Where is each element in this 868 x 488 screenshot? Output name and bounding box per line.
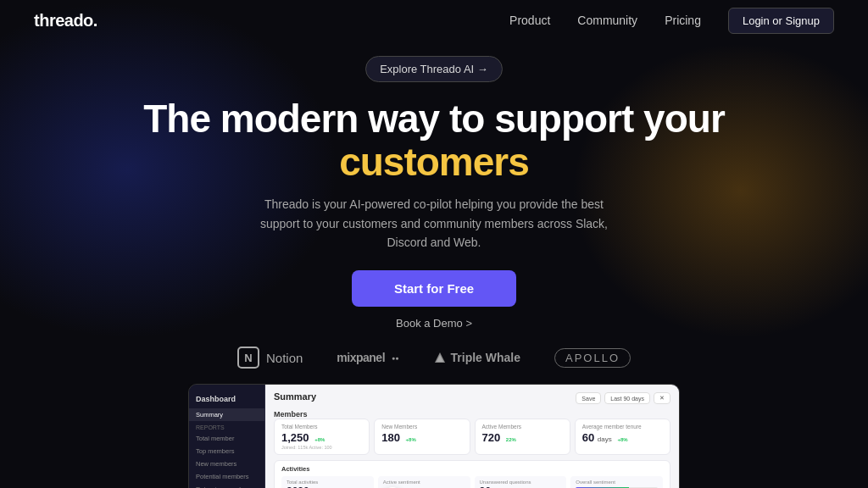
new-members-label: New Members [381, 424, 462, 430]
active-sentiment-label: Active sentiment [383, 480, 465, 485]
start-free-button[interactable]: Start for Free [352, 270, 516, 307]
notion-icon: N [237, 347, 259, 369]
avg-tenure-badge: +8% [617, 437, 627, 442]
unanswered-label: Unanswered questions [480, 480, 562, 485]
close-button[interactable]: ✕ [654, 392, 670, 404]
active-members-badge: 22% [506, 437, 516, 442]
apollo-logo: APOLLO [554, 348, 631, 368]
total-members-sub: Joined: 115k Active: 100 [281, 445, 362, 450]
avg-tenure-value: 60 days +8% [582, 431, 663, 444]
active-members-value: 720 22% [482, 431, 563, 444]
sidebar-reports-label: Reports [189, 421, 264, 432]
new-members-value: 180 +8% [381, 431, 462, 444]
period-button[interactable]: Last 90 days [604, 392, 650, 404]
new-members-card: New Members 180 +8% [374, 419, 470, 455]
activities-title: Activities [281, 465, 663, 473]
login-signup-button[interactable]: Login or Signup [728, 8, 834, 34]
total-activities-card: Total activities 2030 [281, 476, 374, 488]
total-members-card: Total Members 1,250 +8% Joined: 115k Act… [274, 419, 370, 455]
sidebar-item-top-members[interactable]: Top members [189, 445, 264, 458]
stats-cards: Total Members 1,250 +8% Joined: 115k Act… [274, 419, 670, 455]
book-demo-link[interactable]: Book a Demo > [396, 317, 472, 330]
logos-row: N Notion mixpanel ●● Triple Whale APOLLO [237, 347, 631, 369]
activity-cards: Total activities 2030 Active sentiment [281, 476, 663, 488]
triple-whale-logo: Triple Whale [433, 351, 520, 364]
overall-sentiment-card: Overall sentiment [570, 476, 663, 488]
mixpanel-label: mixpanel [337, 351, 385, 364]
dashboard-title: Summary [274, 391, 316, 402]
nav-link-product[interactable]: Product [509, 14, 550, 27]
headline-line1: The modern way to support your [143, 97, 725, 141]
notion-label: Notion [266, 351, 303, 365]
nav-logo: threado. [34, 11, 97, 30]
notion-logo: N Notion [237, 347, 303, 369]
sidebar-header: Dashboard [189, 391, 264, 408]
dashboard-main: Summary Save Last 90 days ✕ Members Tota… [265, 385, 679, 488]
unanswered-card: Unanswered questions 26 % [475, 476, 567, 488]
members-section-title: Members [274, 410, 670, 419]
active-members-card: Active Members 720 22% [475, 419, 570, 455]
dashboard-controls: Save Last 90 days ✕ [576, 392, 670, 404]
triple-whale-icon [433, 351, 447, 364]
save-button[interactable]: Save [576, 392, 601, 404]
tenure-unit: days [598, 435, 612, 443]
sidebar-item-new-members[interactable]: New members [189, 458, 264, 470]
mixpanel-logo: mixpanel ●● [337, 351, 398, 364]
apollo-label: APOLLO [554, 348, 631, 368]
dashboard-outer: Dashboard Summary Reports Total member T… [188, 384, 680, 488]
dashboard-top-bar: Summary Save Last 90 days ✕ [274, 391, 670, 405]
total-members-badge: +8% [314, 437, 325, 442]
dashboard-preview: Dashboard Summary Reports Total member T… [188, 384, 680, 488]
avg-tenure-card: Average member tenure 60 days +8% [575, 419, 670, 455]
main-content: Explore Threado AI → The modern way to s… [0, 41, 868, 488]
avg-tenure-label: Average member tenure [582, 424, 663, 430]
sidebar-item-total-member[interactable]: Total member [189, 432, 264, 445]
total-members-label: Total Members [281, 424, 362, 430]
subtitle: Threado is your AI-powered co-pilot help… [256, 195, 612, 252]
total-members-value: 1,250 +8% [281, 431, 362, 444]
total-activities-label: Total activities [287, 480, 369, 485]
headline: The modern way to support your customers [143, 97, 725, 183]
sidebar-item-summary[interactable]: Summary [189, 408, 264, 421]
nav-links: Product Community Pricing Login or Signu… [509, 8, 834, 34]
activities-section: Activities Total activities 2030 Active … [274, 460, 670, 488]
active-members-label: Active Members [482, 424, 563, 430]
triple-whale-label: Triple Whale [451, 351, 520, 364]
sidebar-item-potential-members[interactable]: Potential members [189, 470, 264, 483]
overall-sentiment-label: Overall sentiment [576, 480, 658, 485]
sidebar-item-returning-members[interactable]: Returning members [189, 483, 264, 488]
explore-ai-button[interactable]: Explore Threado AI → [365, 56, 503, 82]
dashboard-sidebar: Dashboard Summary Reports Total member T… [189, 385, 265, 488]
navbar: threado. Product Community Pricing Login… [0, 0, 868, 41]
new-members-badge: +8% [406, 437, 416, 442]
nav-link-pricing[interactable]: Pricing [665, 14, 701, 27]
active-sentiment-card: Active sentiment 52 % [378, 476, 470, 488]
headline-accent: customers [339, 140, 529, 184]
nav-link-community[interactable]: Community [577, 14, 637, 27]
